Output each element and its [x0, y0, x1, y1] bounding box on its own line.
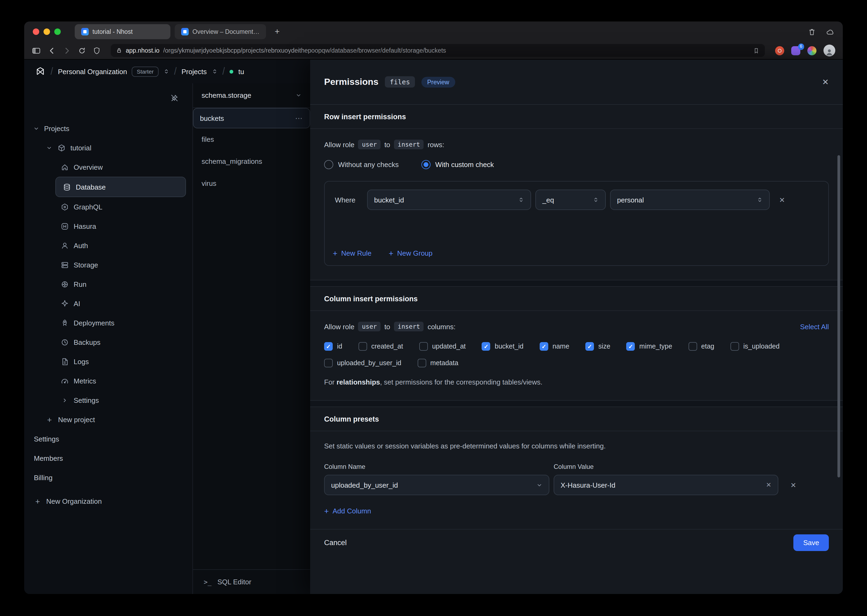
sidebar-item-metrics[interactable]: Metrics [55, 371, 186, 390]
select-chevrons-icon [757, 196, 763, 204]
table-row-files[interactable]: files [193, 128, 310, 150]
sidebar-toggle-button[interactable] [32, 46, 41, 55]
close-window-button[interactable] [33, 28, 39, 35]
sidebar-item-database[interactable]: Database [55, 177, 186, 197]
tab-overview-documentation[interactable]: Overview – Documentation [175, 24, 266, 39]
org-switcher-icon[interactable] [163, 68, 169, 75]
bookmark-icon[interactable] [753, 47, 760, 54]
sidebar-item-overview[interactable]: Overview [55, 157, 186, 177]
column-checkbox-id[interactable]: id [324, 342, 342, 351]
sidebar-item-backups[interactable]: Backups [55, 332, 186, 352]
new-rule-button[interactable]: + New Rule [333, 249, 371, 257]
breadcrumb-project-partial[interactable]: tu [238, 68, 244, 75]
terminal-prompt-icon: >_ [204, 578, 211, 586]
row-permissions-heading: Row insert permissions [310, 105, 843, 129]
sidebar-item-settings[interactable]: Settings [55, 390, 186, 410]
schema-select[interactable]: schema.storage [193, 83, 310, 108]
cancel-button[interactable]: Cancel [324, 539, 347, 547]
column-checkbox-is-uploaded[interactable]: is_uploaded [730, 342, 780, 351]
column-checkbox-updated-at[interactable]: updated_at [419, 342, 466, 351]
window-controls [33, 28, 61, 35]
breadcrumb-org-name[interactable]: Personal Organization [58, 68, 127, 75]
sidebar-item-run[interactable]: Run [55, 275, 186, 294]
column-checkbox-bucket-id[interactable]: bucket_id [482, 342, 523, 351]
preset-value-input[interactable]: X-Hasura-User-Id ✕ [553, 475, 778, 495]
clear-input-icon[interactable]: ✕ [766, 481, 771, 489]
table-row-buckets[interactable]: buckets ⋯ [193, 108, 310, 128]
where-label: Where [333, 196, 367, 204]
extensions-wheel-icon[interactable] [807, 46, 817, 55]
sidebar-item-org-settings[interactable]: Settings [24, 429, 192, 448]
new-project-button[interactable]: + New project [24, 410, 192, 429]
sidebar-item-ai[interactable]: AI [55, 294, 186, 313]
tabbar-actions [808, 28, 834, 36]
checkbox-label: mime_type [639, 343, 672, 350]
document-icon [60, 357, 69, 365]
drawer-scrollbar[interactable] [837, 155, 840, 478]
preset-column-select[interactable]: uploaded_by_user_id [324, 475, 549, 495]
reload-button[interactable] [78, 46, 86, 55]
zoom-window-button[interactable] [54, 28, 61, 35]
new-group-button[interactable]: + New Group [389, 249, 432, 257]
checkbox-unchecked-icon [358, 342, 367, 351]
presets-description: Set static values or session variables a… [324, 442, 829, 450]
minimize-window-button[interactable] [44, 28, 50, 35]
column-checkbox-etag[interactable]: etag [688, 342, 714, 351]
nhost-logo[interactable] [35, 66, 46, 77]
save-button[interactable]: Save [794, 534, 829, 551]
remove-preset-button[interactable]: ✕ [785, 477, 801, 493]
add-column-button[interactable]: + Add Column [324, 507, 371, 515]
adblock-extension-icon[interactable]: 6 [791, 46, 800, 55]
back-button[interactable] [48, 46, 56, 55]
profile-avatar[interactable] [823, 45, 835, 57]
password-manager-extension-icon[interactable] [775, 46, 784, 55]
breadcrumb-projects[interactable]: Projects [181, 68, 207, 75]
sidebar-item-deployments[interactable]: Deployments [55, 313, 186, 332]
column-checkbox-mime-type[interactable]: mime_type [626, 342, 672, 351]
column-checkbox-created-at[interactable]: created_at [358, 342, 403, 351]
sidebar-item-auth[interactable]: Auth [55, 236, 186, 255]
rule-column-select[interactable]: bucket_id [367, 190, 531, 210]
sidebar-item-billing[interactable]: Billing [24, 468, 192, 487]
docs-favicon-icon [181, 28, 189, 35]
radio-without-any-checks[interactable]: Without any checks [324, 160, 399, 169]
column-checkbox-size[interactable]: size [585, 342, 610, 351]
close-drawer-button[interactable]: ✕ [822, 77, 829, 87]
select-all-button[interactable]: Select All [800, 322, 829, 330]
sidebar-item-hasura[interactable]: Hasura [55, 217, 186, 236]
project-switcher-icon[interactable] [211, 68, 218, 75]
column-checkbox-uploaded-by-user-id[interactable]: uploaded_by_user_id [324, 359, 401, 367]
sidebar-group-projects[interactable]: Projects [24, 119, 192, 138]
new-tab-button[interactable]: + [275, 27, 280, 36]
section-title: Column insert permissions [324, 295, 418, 303]
sidebar-item-label: Database [76, 183, 106, 191]
remove-rule-button[interactable]: ✕ [775, 196, 789, 204]
table-menu-icon[interactable]: ⋯ [295, 114, 303, 123]
url-field[interactable]: app.nhost.io /orgs/ykmujwrjdyoebkjsbcpp/… [111, 44, 765, 57]
tab-tutorial-nhost[interactable]: tutorial - Nhost [75, 24, 170, 39]
table-row-schema-migrations[interactable]: schema_migrations [193, 150, 310, 172]
sidebar-project-label: tutorial [70, 144, 91, 152]
column-checkbox-row-1: id created_at updated_at bucket_id [324, 342, 829, 351]
rule-value-select[interactable]: personal [610, 190, 770, 210]
sidebar-item-graphql[interactable]: GraphQL [55, 197, 186, 217]
chevron-down-icon [46, 145, 52, 151]
privacy-shield-icon[interactable] [93, 46, 101, 55]
sidebar-item-storage[interactable]: Storage [55, 255, 186, 275]
column-checkbox-metadata[interactable]: metadata [418, 359, 458, 367]
sidebar-item-members[interactable]: Members [24, 448, 192, 468]
sidebar-item-logs[interactable]: Logs [55, 352, 186, 371]
sidebar-unpin-icon[interactable] [170, 94, 178, 102]
trash-icon[interactable] [808, 28, 816, 36]
checkbox-unchecked-icon [419, 342, 428, 351]
checkbox-label: metadata [430, 359, 458, 367]
sidebar-project-tutorial[interactable]: tutorial [24, 138, 192, 157]
rule-operator-select[interactable]: _eq [535, 190, 606, 210]
cloud-icon[interactable] [826, 28, 834, 36]
table-row-virus[interactable]: virus [193, 172, 310, 195]
sql-editor-button[interactable]: >_ SQL Editor [193, 569, 310, 594]
column-checkbox-name[interactable]: name [540, 342, 569, 351]
radio-with-custom-check[interactable]: With custom check [421, 160, 494, 169]
new-organization-button[interactable]: + New Organization [24, 492, 192, 511]
forward-button[interactable] [63, 46, 71, 55]
